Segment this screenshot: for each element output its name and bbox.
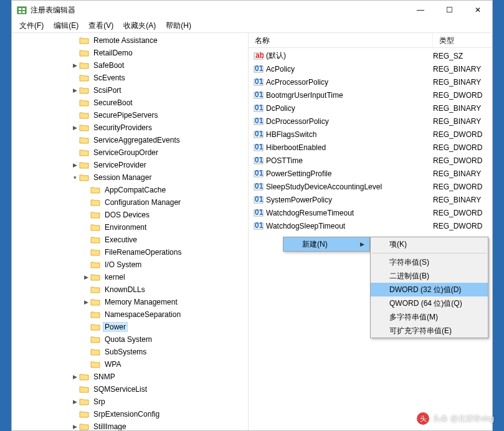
registry-value-row[interactable]: 011AcPolicyREG_BINARY — [249, 62, 492, 75]
tree-item[interactable]: ▶SNMP — [12, 371, 248, 383]
tree-label[interactable]: Environment — [103, 222, 148, 232]
registry-value-row[interactable]: 011BootmgrUserInputTimeREG_DWORD — [249, 88, 492, 102]
tree-toggle-icon[interactable]: ▶ — [70, 399, 79, 405]
tree-label[interactable]: KnownDLLs — [103, 285, 147, 295]
tree-label[interactable]: SecurityProviders — [92, 123, 154, 133]
tree-label[interactable]: SubSystems — [103, 347, 148, 357]
registry-value-row[interactable]: ab(默认)REG_SZ — [249, 49, 492, 62]
tree-item[interactable]: SecureBoot — [12, 97, 248, 109]
tree-label[interactable]: kernel — [103, 272, 127, 282]
tree-label[interactable]: StillImage — [92, 422, 128, 430]
tree-label[interactable]: SNMP — [92, 372, 117, 382]
tree-item[interactable]: DOS Devices — [12, 209, 248, 221]
context-menu-item[interactable]: DWORD (32 位)值(D) — [371, 283, 488, 296]
registry-value-row[interactable]: 011PowerSettingProfileREG_BINARY — [249, 167, 492, 180]
registry-value-row[interactable]: 011HiberbootEnabledREG_DWORD — [249, 141, 492, 154]
header-type[interactable]: 类型 — [433, 33, 492, 47]
tree-label[interactable]: ServiceGroupOrder — [92, 148, 160, 158]
registry-value-row[interactable]: 011DcProcessorPolicyREG_BINARY — [249, 115, 492, 128]
tree-label[interactable]: WPA — [103, 359, 123, 369]
tree-label[interactable]: NamespaceSeparation — [103, 310, 183, 320]
registry-value-row[interactable]: 011WatchdogResumeTimeoutREG_DWORD — [249, 206, 492, 219]
tree-toggle-icon[interactable]: ▶ — [70, 125, 79, 131]
tree-label[interactable]: AppCompatCache — [103, 185, 168, 195]
menu-favorites[interactable]: 收藏夹(A) — [118, 19, 161, 32]
tree-item[interactable]: ▶ScsiPort — [12, 84, 248, 97]
tree-label[interactable]: ScEvents — [92, 73, 127, 83]
header-name[interactable]: 名称 — [249, 33, 433, 47]
tree-toggle-icon[interactable]: ▾ — [70, 174, 79, 181]
tree-item[interactable]: NamespaceSeparation — [12, 308, 248, 321]
registry-value-row[interactable]: 011DcPolicyREG_BINARY — [249, 102, 492, 115]
tree-item[interactable]: ▶StillImage — [12, 420, 248, 430]
tree-toggle-icon[interactable]: ▶ — [70, 374, 79, 380]
tree-label[interactable]: SecurePipeServers — [92, 110, 159, 120]
registry-value-row[interactable]: 011SystemPowerPolicyREG_BINARY — [249, 193, 492, 206]
tree-label[interactable]: Remote Assistance — [92, 36, 159, 45]
tree-toggle-icon[interactable]: ▶ — [70, 87, 79, 93]
tree-item[interactable]: ScEvents — [12, 72, 248, 84]
minimize-button[interactable]: — — [406, 1, 435, 19]
tree-item[interactable]: ▶SafeBoot — [12, 59, 248, 72]
tree-toggle-icon[interactable]: ▶ — [70, 424, 79, 430]
registry-value-row[interactable]: 011POSTTimeREG_DWORD — [249, 154, 492, 167]
tree-label[interactable]: Configuration Manager — [103, 197, 183, 207]
tree-toggle-icon[interactable]: ▶ — [82, 274, 90, 280]
tree-item[interactable]: AppCompatCache — [12, 184, 248, 196]
registry-value-row[interactable]: 011AcProcessorPolicyREG_BINARY — [249, 75, 492, 88]
tree-label[interactable]: Srp — [92, 397, 107, 407]
menu-file[interactable]: 文件(F) — [14, 19, 49, 32]
tree-toggle-icon[interactable]: ▶ — [70, 162, 79, 168]
tree-item[interactable]: SecurePipeServers — [12, 109, 248, 121]
tree-label[interactable]: SafeBoot — [92, 60, 126, 70]
tree-item[interactable]: SrpExtensionConfig — [12, 408, 248, 420]
tree-label[interactable]: Memory Management — [103, 297, 179, 307]
context-menu-item[interactable]: 可扩充字符串值(E) — [371, 324, 488, 338]
tree-pane[interactable]: Remote AssistanceRetailDemo▶SafeBootScEv… — [12, 33, 249, 430]
context-menu-item[interactable]: 多字符串值(M) — [371, 310, 488, 324]
tree-label[interactable]: I/O System — [103, 260, 143, 270]
tree-item[interactable]: ServiceGroupOrder — [12, 146, 248, 159]
menu-edit[interactable]: 编辑(E) — [49, 19, 83, 32]
registry-value-row[interactable]: 011SleepStudyDeviceAccountingLevelREG_DW… — [249, 180, 492, 193]
tree-label[interactable]: Session Manager — [92, 173, 153, 182]
tree-item[interactable]: RetailDemo — [12, 47, 248, 59]
tree-item[interactable]: I/O System — [12, 258, 248, 271]
tree-item[interactable]: ▶kernel — [12, 271, 248, 283]
close-button[interactable]: ✕ — [464, 1, 492, 19]
tree-item[interactable]: Quota System — [12, 333, 248, 346]
tree-item[interactable]: ▶Srp — [12, 395, 248, 408]
tree-item[interactable]: WPA — [12, 358, 248, 371]
context-menu-item[interactable]: 项(K) — [371, 237, 488, 251]
tree-label[interactable]: RetailDemo — [92, 48, 135, 58]
tree-label[interactable]: DOS Devices — [103, 210, 151, 220]
tree-item[interactable]: ▶Memory Management — [12, 296, 248, 308]
context-menu-item[interactable]: 字符串值(S) — [371, 255, 488, 269]
tree-item[interactable]: Environment — [12, 221, 248, 234]
context-menu-submenu[interactable]: 项(K)字符串值(S)二进制值(B)DWORD (32 位)值(D)QWORD … — [370, 237, 488, 338]
registry-value-row[interactable]: 011HBFlagsSwitchREG_DWORD — [249, 128, 492, 141]
tree-label[interactable]: Quota System — [103, 334, 154, 344]
tree-toggle-icon[interactable]: ▶ — [82, 299, 90, 305]
tree-label[interactable]: SQMServiceList — [92, 384, 149, 394]
menu-view[interactable]: 查看(V) — [83, 19, 118, 32]
tree-label[interactable]: Executive — [103, 235, 139, 245]
tree-item[interactable]: Executive — [12, 234, 248, 246]
tree-toggle-icon[interactable]: ▶ — [70, 62, 79, 69]
maximize-button[interactable]: ☐ — [435, 1, 464, 19]
list-pane[interactable]: 名称 类型 ab(默认)REG_SZ011AcPolicyREG_BINARY0… — [249, 33, 492, 430]
tree-item[interactable]: ▶ServiceProvider — [12, 159, 248, 171]
tree-item[interactable]: ▾Session Manager — [12, 171, 248, 184]
menu-help[interactable]: 帮助(H) — [161, 19, 196, 32]
tree-label[interactable]: FileRenameOperations — [103, 247, 183, 257]
tree-item[interactable]: KnownDLLs — [12, 283, 248, 296]
context-menu-item[interactable]: 新建(N)▶ — [283, 237, 369, 251]
context-menu-item[interactable]: 二进制值(B) — [371, 269, 488, 283]
tree-item[interactable]: Configuration Manager — [12, 196, 248, 209]
tree-label[interactable]: SrpExtensionConfig — [92, 409, 161, 419]
tree-label[interactable]: Power — [103, 322, 128, 332]
tree-item[interactable]: FileRenameOperations — [12, 246, 248, 258]
tree-item[interactable]: Power — [12, 321, 248, 333]
tree-item[interactable]: SubSystems — [12, 346, 248, 358]
tree-item[interactable]: SQMServiceList — [12, 383, 248, 395]
